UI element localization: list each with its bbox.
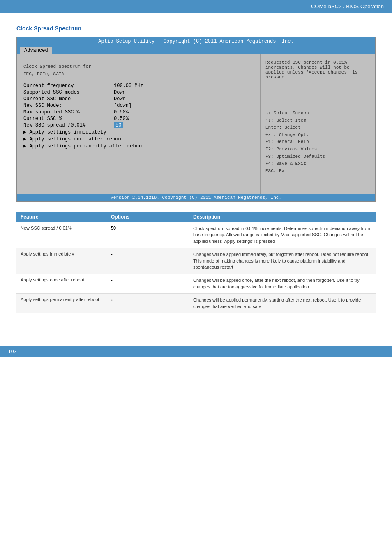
bios-desc-line1: Clock Spread Spectrum for — [23, 64, 254, 69]
bios-key-hint: ↑↓: Select Item — [265, 117, 370, 124]
table-cell-feature: Apply settings permanently after reboot — [16, 294, 107, 313]
header-title: COMe-bSC2 / BIOS Operation — [311, 3, 384, 9]
bios-key-hint: F1: General Help — [265, 138, 370, 146]
bios-field-row: Supported SSC modesDown — [23, 90, 254, 95]
table-row: Apply settings permanently after reboot-… — [16, 294, 376, 313]
table-cell-options: - — [107, 248, 189, 274]
table-cell-options: 50 — [107, 222, 189, 248]
bios-key-hints: ↔: Select Screen↑↓: Select ItemEnter: Se… — [265, 110, 370, 175]
bios-field-label: Current SSC mode — [23, 96, 114, 102]
bios-field-label: Current SSC % — [23, 116, 114, 122]
bios-arrow-items: Apply settings immediatelyApply settings… — [23, 129, 254, 149]
feature-table: Feature Options Description New SSC spre… — [16, 212, 376, 313]
bios-field-row: New SSC Mode:[down] — [23, 103, 254, 108]
table-cell-options: - — [107, 274, 189, 294]
table-header-row: Feature Options Description — [16, 212, 376, 222]
section-title: Clock Spread Spectrum — [16, 25, 376, 32]
bios-field-row: New SSC spread /0.01%50 — [23, 122, 254, 128]
bios-main-area: Clock Spread Spectrum for FEG, PCIe, SAT… — [17, 54, 375, 194]
bios-fields: Current frequency100.00 MHzSupported SSC… — [23, 83, 254, 128]
bios-tab-advanced: Advanced — [20, 47, 52, 54]
page-footer: 102 — [0, 346, 392, 357]
bios-key-hint: F3: Optimized Defaults — [265, 153, 370, 161]
bios-key-hint: F2: Previous Values — [265, 146, 370, 153]
bios-arrow-item: Apply settings immediately — [23, 129, 254, 135]
bios-tabbar: Advanced — [17, 46, 375, 54]
table-cell-description: Changes will be applied permanently, sta… — [189, 294, 376, 313]
col-description: Description — [189, 212, 376, 222]
bios-help-text: Requested SSC percent in 0.01% increment… — [265, 60, 357, 80]
bios-key-hint: ESC: Exit — [265, 168, 370, 175]
table-row: Apply settings immediately-Changes will … — [16, 248, 376, 274]
bios-footer: Version 2.14.1219. Copyright (C) 2011 Am… — [17, 194, 375, 201]
table-cell-feature: New SSC spread / 0.01% — [16, 222, 107, 248]
bios-right-help: Requested SSC percent in 0.01% increment… — [265, 60, 370, 101]
col-options: Options — [107, 212, 189, 222]
table-cell-description: Clock spectrum spread in 0.01% increment… — [189, 222, 376, 248]
bios-field-row: Current SSC %0.50% — [23, 116, 254, 122]
bios-field-value: 0.50% — [114, 109, 129, 115]
bios-key-hint: +/-: Change Opt. — [265, 131, 370, 139]
bios-field-label: Supported SSC modes — [23, 90, 114, 95]
table-cell-feature: Apply settings once after reboot — [16, 274, 107, 294]
page-content: Clock Spread Spectrum Aptio Setup Utilit… — [0, 13, 392, 330]
bios-field-label: Current frequency — [23, 83, 114, 89]
bios-field-value: 50 — [114, 122, 123, 128]
table-body: New SSC spread / 0.01%50Clock spectrum s… — [16, 222, 376, 313]
table-cell-options: - — [107, 294, 189, 313]
table-header: Feature Options Description — [16, 212, 376, 222]
page-header: COMe-bSC2 / BIOS Operation — [0, 0, 392, 13]
table-row: New SSC spread / 0.01%50Clock spectrum s… — [16, 222, 376, 248]
bios-field-label: New SSC spread /0.01% — [23, 122, 114, 128]
bios-field-label: New SSC Mode: — [23, 103, 114, 108]
bios-desc-line2: FEG, PCIe, SATA — [23, 71, 254, 76]
bios-field-value: 100.00 MHz — [114, 83, 143, 89]
bios-right-panel: Requested SSC percent in 0.01% increment… — [260, 54, 375, 194]
bios-key-hint: ↔: Select Screen — [265, 110, 370, 117]
bios-field-value: Down — [114, 96, 126, 102]
table-row: Apply settings once after reboot-Changes… — [16, 274, 376, 294]
bios-field-value: [down] — [114, 103, 131, 108]
bios-field-row: Max supported SSC %0.50% — [23, 109, 254, 115]
bios-field-row: Current SSC modeDown — [23, 96, 254, 102]
bios-right-divider — [265, 106, 370, 106]
table-cell-description: Changes will be applied immediately, but… — [189, 248, 376, 274]
bios-field-label: Max supported SSC % — [23, 109, 114, 115]
bios-screenshot: Aptio Setup Utility – Copyright (C) 2011… — [16, 37, 376, 202]
table-cell-description: Changes will be applied once, after the … — [189, 274, 376, 294]
col-feature: Feature — [16, 212, 107, 222]
bios-key-hint: F4: Save & Exit — [265, 160, 370, 168]
page-number: 102 — [8, 349, 16, 355]
bios-field-row: Current frequency100.00 MHz — [23, 83, 254, 89]
bios-key-hint: Enter: Select — [265, 124, 370, 131]
bios-field-value: Down — [114, 90, 126, 95]
table-cell-feature: Apply settings immediately — [16, 248, 107, 274]
bios-titlebar: Aptio Setup Utility – Copyright (C) 2011… — [17, 37, 375, 46]
bios-arrow-item: Apply settings permanently after reboot — [23, 143, 254, 149]
bios-left-panel: Clock Spread Spectrum for FEG, PCIe, SAT… — [17, 54, 260, 194]
bios-arrow-item: Apply settings once after reboot — [23, 136, 254, 142]
bios-field-value: 0.50% — [114, 116, 129, 122]
